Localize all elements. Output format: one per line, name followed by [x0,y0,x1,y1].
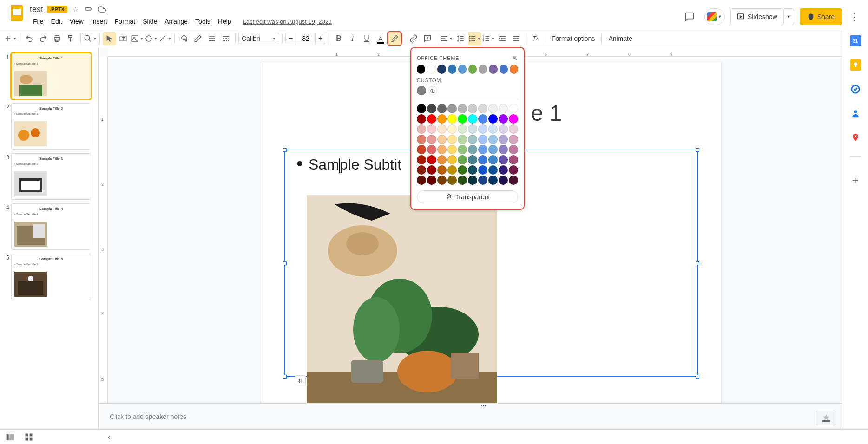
last-edit-link[interactable]: Last edit was on August 19, 2021 [243,18,332,25]
color-swatch[interactable] [499,155,508,164]
app-icon[interactable] [7,4,26,22]
color-swatch[interactable] [427,145,436,154]
color-swatch[interactable] [488,124,498,134]
menu-slide[interactable]: Slide [139,16,160,27]
color-swatch[interactable] [468,124,477,134]
color-swatch[interactable] [437,65,446,74]
color-swatch[interactable] [468,145,477,154]
color-swatch[interactable] [427,176,436,185]
insert-comment-button[interactable] [421,32,434,45]
insert-link-button[interactable] [407,32,420,45]
italic-button[interactable]: I [346,32,359,45]
color-swatch[interactable] [509,145,518,154]
overflow-icon[interactable]: ⇵ [295,375,306,386]
move-icon[interactable] [84,5,93,14]
menu-file[interactable]: File [30,16,47,27]
edit-theme-icon[interactable]: ✎ [512,54,518,62]
zoom-button[interactable]: ▼ [84,32,97,45]
color-swatch[interactable] [510,65,518,74]
star-icon[interactable]: ☆ [71,5,80,14]
color-swatch[interactable] [488,114,498,124]
bulleted-list-button[interactable]: ▼ [468,32,481,45]
color-swatch[interactable] [417,65,425,74]
color-swatch[interactable] [447,114,457,124]
color-swatch[interactable] [417,176,426,185]
color-swatch[interactable] [417,135,426,144]
color-swatch[interactable] [447,145,457,154]
font-select[interactable]: Calibri▼ [238,33,279,44]
border-dash-button[interactable] [219,32,232,45]
font-size-input[interactable] [296,33,315,44]
menu-tools[interactable]: Tools [192,16,214,27]
share-button[interactable]: Share [800,8,842,25]
color-swatch[interactable] [478,176,487,185]
color-swatch[interactable] [509,135,518,144]
cloud-icon[interactable] [97,5,106,14]
color-swatch[interactable] [458,176,467,185]
menu-arrange[interactable]: Arrange [161,16,191,27]
clear-formatting-button[interactable]: Tx [529,32,542,45]
color-swatch[interactable] [500,65,508,74]
color-swatch[interactable] [417,104,426,113]
color-swatch[interactable] [417,124,426,134]
notes-drag-handle[interactable]: ⋯ [472,402,495,404]
filmstrip[interactable]: 1 Sample Title 1 • Sample Subtitle 1 2 S… [0,47,99,429]
color-swatch[interactable] [509,165,518,175]
color-swatch[interactable] [417,114,426,124]
add-on-icon[interactable]: + [850,175,861,186]
increase-indent-button[interactable] [510,32,523,45]
color-swatch[interactable] [417,165,426,175]
add-custom-color[interactable]: ⊕ [428,86,437,95]
color-swatch[interactable] [417,145,426,154]
color-swatch[interactable] [458,104,467,113]
font-size-increase[interactable]: + [315,33,326,44]
grid-view-icon[interactable] [24,432,33,442]
menu-format[interactable]: Format [112,16,138,27]
line-tool[interactable]: ▼ [158,32,171,45]
color-swatch[interactable] [509,114,518,124]
color-swatch[interactable] [499,165,508,175]
color-swatch[interactable] [509,104,518,113]
slide-image[interactable] [307,195,497,403]
color-swatch[interactable] [478,124,487,134]
comments-icon[interactable] [680,7,699,26]
underline-button[interactable]: U [360,32,373,45]
shape-tool[interactable]: ▼ [145,32,158,45]
highlight-color-button[interactable] [388,32,401,45]
color-swatch[interactable] [488,176,498,185]
color-swatch[interactable] [437,176,447,185]
textbox-tool[interactable] [117,32,130,45]
color-swatch[interactable] [458,65,467,74]
color-swatch[interactable] [427,165,436,175]
color-swatch[interactable] [427,135,436,144]
numbered-list-button[interactable]: 123▼ [482,32,495,45]
maps-icon[interactable] [850,132,861,143]
color-swatch[interactable] [479,65,487,74]
collapse-filmstrip-icon[interactable]: ‹ [108,433,110,441]
color-swatch[interactable] [499,135,508,144]
color-swatch[interactable] [468,135,477,144]
color-swatch[interactable] [478,155,487,164]
color-swatch[interactable] [437,104,447,113]
color-swatch[interactable] [499,176,508,185]
text-color-button[interactable]: A [374,32,387,45]
color-swatch[interactable] [488,135,498,144]
color-swatch[interactable] [458,155,467,164]
explore-button[interactable] [816,411,836,425]
color-swatch[interactable] [447,165,457,175]
vertical-ruler[interactable]: 1 2 3 4 5 [99,57,108,403]
color-swatch[interactable] [468,104,477,113]
image-tool[interactable]: ▼ [131,32,144,45]
border-weight-button[interactable] [205,32,218,45]
menu-edit[interactable]: Edit [48,16,66,27]
color-swatch[interactable] [447,176,457,185]
color-swatch[interactable] [458,124,467,134]
color-swatch[interactable] [488,165,498,175]
color-swatch[interactable] [488,155,498,164]
animate-button[interactable]: Animate [605,32,636,45]
decrease-indent-button[interactable] [496,32,509,45]
color-swatch[interactable] [468,165,477,175]
color-swatch[interactable] [458,165,467,175]
color-swatch[interactable] [509,155,518,164]
color-swatch[interactable] [447,104,457,113]
